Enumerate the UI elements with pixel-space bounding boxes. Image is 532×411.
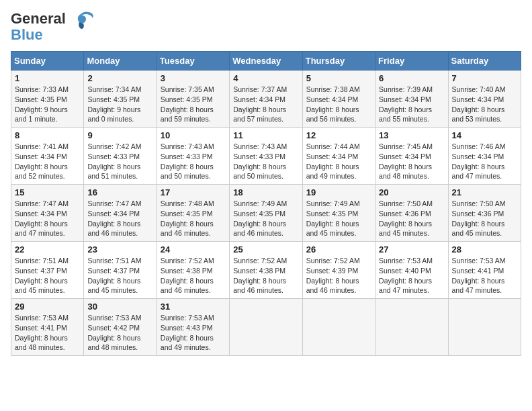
day-info: Sunrise: 7:49 AMSunset: 4:35 PMDaylight:… bbox=[306, 199, 371, 238]
day-number: 13 bbox=[379, 130, 444, 140]
weekday-header-tuesday: Tuesday bbox=[157, 52, 229, 71]
calendar-day-cell: 3Sunrise: 7:35 AMSunset: 4:35 PMDaylight… bbox=[157, 71, 229, 128]
day-number: 8 bbox=[15, 130, 80, 140]
calendar-day-cell: 25Sunrise: 7:52 AMSunset: 4:38 PMDayligh… bbox=[230, 242, 302, 299]
calendar-day-cell: 10Sunrise: 7:43 AMSunset: 4:33 PMDayligh… bbox=[157, 128, 229, 185]
day-info: Sunrise: 7:48 AMSunset: 4:35 PMDaylight:… bbox=[161, 199, 226, 238]
calendar-week-row: 8Sunrise: 7:41 AMSunset: 4:34 PMDaylight… bbox=[11, 128, 521, 185]
calendar-day-cell: 7Sunrise: 7:40 AMSunset: 4:34 PMDaylight… bbox=[448, 71, 521, 128]
day-info: Sunrise: 7:50 AMSunset: 4:36 PMDaylight:… bbox=[452, 199, 517, 238]
calendar-day-cell: 29Sunrise: 7:53 AMSunset: 4:41 PMDayligh… bbox=[11, 299, 84, 356]
day-info: Sunrise: 7:40 AMSunset: 4:34 PMDaylight:… bbox=[452, 85, 517, 124]
day-info: Sunrise: 7:39 AMSunset: 4:34 PMDaylight:… bbox=[379, 85, 444, 124]
day-info: Sunrise: 7:50 AMSunset: 4:36 PMDaylight:… bbox=[379, 199, 444, 238]
day-info: Sunrise: 7:33 AMSunset: 4:35 PMDaylight:… bbox=[15, 85, 80, 124]
day-info: Sunrise: 7:49 AMSunset: 4:35 PMDaylight:… bbox=[233, 199, 298, 238]
day-number: 24 bbox=[161, 244, 226, 255]
day-info: Sunrise: 7:53 AMSunset: 4:43 PMDaylight:… bbox=[161, 313, 226, 353]
calendar-day-cell: 11Sunrise: 7:43 AMSunset: 4:33 PMDayligh… bbox=[230, 128, 302, 185]
day-info: Sunrise: 7:52 AMSunset: 4:38 PMDaylight:… bbox=[233, 256, 298, 295]
weekday-header-monday: Monday bbox=[84, 52, 157, 71]
calendar-day-cell: 1Sunrise: 7:33 AMSunset: 4:35 PMDaylight… bbox=[11, 71, 84, 128]
day-number: 25 bbox=[233, 244, 298, 255]
calendar-week-row: 22Sunrise: 7:51 AMSunset: 4:37 PMDayligh… bbox=[11, 242, 521, 299]
calendar-day-cell: 23Sunrise: 7:51 AMSunset: 4:37 PMDayligh… bbox=[84, 242, 157, 299]
calendar-day-cell: 21Sunrise: 7:50 AMSunset: 4:36 PMDayligh… bbox=[448, 185, 521, 242]
calendar-day-cell: 26Sunrise: 7:52 AMSunset: 4:39 PMDayligh… bbox=[302, 242, 375, 299]
day-number: 3 bbox=[161, 73, 226, 83]
day-number: 23 bbox=[87, 244, 152, 255]
day-info: Sunrise: 7:47 AMSunset: 4:34 PMDaylight:… bbox=[87, 199, 152, 238]
calendar-table: SundayMondayTuesdayWednesdayThursdayFrid… bbox=[11, 51, 521, 356]
day-info: Sunrise: 7:51 AMSunset: 4:37 PMDaylight:… bbox=[15, 256, 80, 295]
calendar-day-cell: 5Sunrise: 7:38 AMSunset: 4:34 PMDaylight… bbox=[302, 71, 375, 128]
calendar-day-cell: 15Sunrise: 7:47 AMSunset: 4:34 PMDayligh… bbox=[11, 185, 84, 242]
calendar-day-cell: 31Sunrise: 7:53 AMSunset: 4:43 PMDayligh… bbox=[157, 299, 229, 356]
calendar-day-cell: 13Sunrise: 7:45 AMSunset: 4:34 PMDayligh… bbox=[375, 128, 448, 185]
calendar-day-cell: 2Sunrise: 7:34 AMSunset: 4:35 PMDaylight… bbox=[84, 71, 157, 128]
day-info: Sunrise: 7:43 AMSunset: 4:33 PMDaylight:… bbox=[233, 142, 298, 181]
day-number: 30 bbox=[87, 302, 152, 312]
day-info: Sunrise: 7:53 AMSunset: 4:42 PMDaylight:… bbox=[87, 313, 152, 353]
day-info: Sunrise: 7:52 AMSunset: 4:38 PMDaylight:… bbox=[161, 256, 226, 295]
day-info: Sunrise: 7:37 AMSunset: 4:34 PMDaylight:… bbox=[233, 85, 298, 124]
day-info: Sunrise: 7:45 AMSunset: 4:34 PMDaylight:… bbox=[379, 142, 444, 181]
weekday-header-thursday: Thursday bbox=[302, 52, 375, 71]
calendar-day-cell: 12Sunrise: 7:44 AMSunset: 4:34 PMDayligh… bbox=[302, 128, 375, 185]
day-number: 11 bbox=[233, 130, 298, 140]
day-info: Sunrise: 7:53 AMSunset: 4:40 PMDaylight:… bbox=[379, 256, 444, 295]
day-number: 20 bbox=[379, 187, 444, 197]
day-number: 14 bbox=[452, 130, 517, 140]
calendar-day-cell bbox=[230, 299, 302, 356]
day-number: 6 bbox=[379, 73, 444, 83]
day-number: 22 bbox=[15, 244, 80, 255]
day-number: 5 bbox=[306, 73, 371, 83]
weekday-header-saturday: Saturday bbox=[448, 52, 521, 71]
day-number: 7 bbox=[452, 73, 517, 83]
day-number: 26 bbox=[306, 244, 371, 255]
day-info: Sunrise: 7:44 AMSunset: 4:34 PMDaylight:… bbox=[306, 142, 371, 181]
day-number: 31 bbox=[161, 302, 226, 312]
day-number: 19 bbox=[306, 187, 371, 197]
calendar-header: SundayMondayTuesdayWednesdayThursdayFrid… bbox=[11, 52, 521, 71]
calendar-day-cell: 8Sunrise: 7:41 AMSunset: 4:34 PMDaylight… bbox=[11, 128, 84, 185]
day-number: 18 bbox=[233, 187, 298, 197]
day-info: Sunrise: 7:47 AMSunset: 4:34 PMDaylight:… bbox=[15, 199, 80, 238]
calendar-day-cell: 14Sunrise: 7:46 AMSunset: 4:34 PMDayligh… bbox=[448, 128, 521, 185]
calendar-week-row: 29Sunrise: 7:53 AMSunset: 4:41 PMDayligh… bbox=[11, 299, 521, 356]
day-number: 1 bbox=[15, 73, 80, 83]
day-info: Sunrise: 7:41 AMSunset: 4:34 PMDaylight:… bbox=[15, 142, 80, 181]
day-number: 29 bbox=[15, 302, 80, 312]
day-number: 10 bbox=[161, 130, 226, 140]
day-info: Sunrise: 7:51 AMSunset: 4:37 PMDaylight:… bbox=[87, 256, 152, 295]
day-number: 28 bbox=[452, 244, 517, 255]
calendar-day-cell: 27Sunrise: 7:53 AMSunset: 4:40 PMDayligh… bbox=[375, 242, 448, 299]
day-number: 2 bbox=[87, 73, 152, 83]
weekday-header-wednesday: Wednesday bbox=[230, 52, 302, 71]
day-info: Sunrise: 7:42 AMSunset: 4:33 PMDaylight:… bbox=[87, 142, 152, 181]
calendar-day-cell: 18Sunrise: 7:49 AMSunset: 4:35 PMDayligh… bbox=[230, 185, 302, 242]
weekday-header-sunday: Sunday bbox=[11, 52, 84, 71]
day-info: Sunrise: 7:53 AMSunset: 4:41 PMDaylight:… bbox=[452, 256, 517, 295]
day-number: 17 bbox=[161, 187, 226, 197]
calendar-week-row: 15Sunrise: 7:47 AMSunset: 4:34 PMDayligh… bbox=[11, 185, 521, 242]
calendar-day-cell bbox=[375, 299, 448, 356]
day-number: 9 bbox=[87, 130, 152, 140]
day-info: Sunrise: 7:53 AMSunset: 4:41 PMDaylight:… bbox=[15, 313, 80, 353]
weekday-header-friday: Friday bbox=[375, 52, 448, 71]
day-number: 15 bbox=[15, 187, 80, 197]
calendar-day-cell: 4Sunrise: 7:37 AMSunset: 4:34 PMDaylight… bbox=[230, 71, 302, 128]
calendar-day-cell bbox=[302, 299, 375, 356]
calendar-day-cell bbox=[448, 299, 521, 356]
calendar-day-cell: 17Sunrise: 7:48 AMSunset: 4:35 PMDayligh… bbox=[157, 185, 229, 242]
calendar-day-cell: 19Sunrise: 7:49 AMSunset: 4:35 PMDayligh… bbox=[302, 185, 375, 242]
day-info: Sunrise: 7:52 AMSunset: 4:39 PMDaylight:… bbox=[306, 256, 371, 295]
logo: General Blue bbox=[11, 11, 95, 43]
logo-line2: Blue bbox=[11, 27, 66, 43]
day-number: 16 bbox=[87, 187, 152, 197]
calendar-day-cell: 22Sunrise: 7:51 AMSunset: 4:37 PMDayligh… bbox=[11, 242, 84, 299]
page-header: General Blue bbox=[11, 11, 521, 43]
calendar-day-cell: 20Sunrise: 7:50 AMSunset: 4:36 PMDayligh… bbox=[375, 185, 448, 242]
calendar-day-cell: 30Sunrise: 7:53 AMSunset: 4:42 PMDayligh… bbox=[84, 299, 157, 356]
calendar-day-cell: 16Sunrise: 7:47 AMSunset: 4:34 PMDayligh… bbox=[84, 185, 157, 242]
